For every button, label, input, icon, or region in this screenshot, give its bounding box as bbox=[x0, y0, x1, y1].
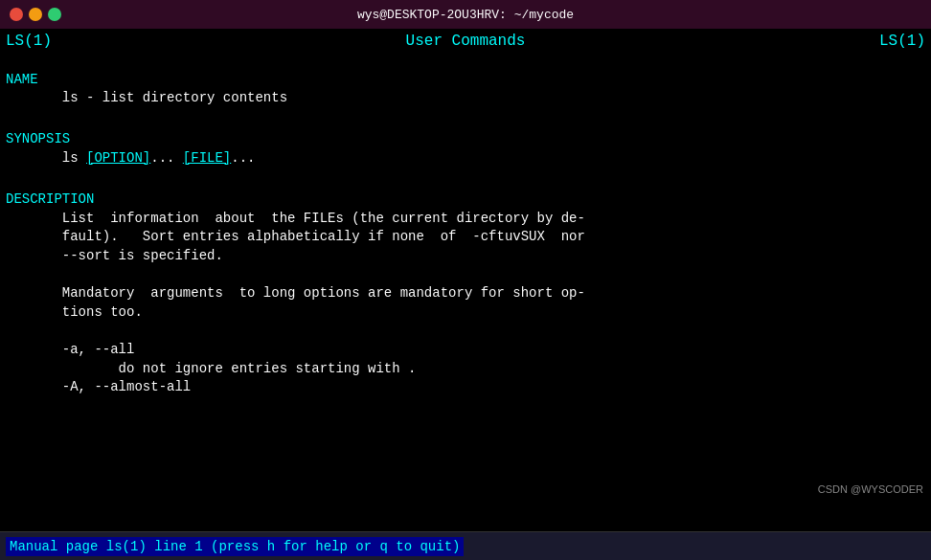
synopsis-ellipsis1: ... bbox=[150, 150, 183, 166]
maximize-button[interactable]: □ bbox=[48, 8, 61, 21]
flag-a: -a, --all bbox=[6, 342, 134, 357]
titlebar: × − □ wys@DESKTOP-2OU3HRV: ~/mycode bbox=[0, 0, 931, 29]
desc-line3: --sort is specified. bbox=[6, 248, 223, 263]
name-section: NAME ls - list directory contents bbox=[0, 50, 931, 110]
synopsis-option: [OPTION] bbox=[86, 150, 150, 166]
terminal-body[interactable]: LS(1) User Commands LS(1) NAME ls - list… bbox=[0, 29, 931, 531]
header-left: LS(1) bbox=[6, 33, 52, 50]
description-label: DESCRIPTION bbox=[6, 191, 94, 207]
header-center: User Commands bbox=[406, 33, 526, 50]
window-controls: × − □ bbox=[10, 8, 61, 21]
desc-line5: Mandatory arguments to long options are … bbox=[6, 285, 585, 301]
flag-a-desc: do not ignore entries starting with . bbox=[6, 361, 416, 376]
synopsis-ellipsis2: ... bbox=[231, 150, 255, 166]
name-body: ls - list directory contents bbox=[6, 90, 287, 105]
name-label: NAME bbox=[6, 72, 38, 87]
desc-line6: tions too. bbox=[6, 304, 143, 320]
flag-cap-a: -A, --almost-all bbox=[6, 379, 191, 394]
watermark: CSDN @WYSCODER bbox=[818, 483, 923, 495]
description-section: DESCRIPTION List information about the F… bbox=[0, 170, 931, 399]
synopsis-prefix: ls bbox=[6, 150, 86, 166]
status-bar: Manual page ls(1) line 1 (press h for he… bbox=[0, 531, 931, 560]
minimize-button[interactable]: − bbox=[29, 8, 42, 21]
synopsis-section: SYNOPSIS ls [OPTION]... [FILE]... bbox=[0, 110, 931, 170]
close-button[interactable]: × bbox=[10, 8, 23, 21]
desc-line1: List information about the FILEs (the cu… bbox=[6, 211, 585, 226]
desc-line2: fault). Sort entries alphabetically if n… bbox=[6, 229, 585, 244]
synopsis-file: [FILE] bbox=[183, 150, 231, 166]
synopsis-label: SYNOPSIS bbox=[6, 131, 70, 146]
terminal-window: × − □ wys@DESKTOP-2OU3HRV: ~/mycode LS(1… bbox=[0, 0, 931, 560]
window-title: wys@DESKTOP-2OU3HRV: ~/mycode bbox=[357, 8, 574, 22]
header-right: LS(1) bbox=[879, 33, 925, 50]
status-text: Manual page ls(1) line 1 (press h for he… bbox=[6, 537, 464, 556]
man-header: LS(1) User Commands LS(1) bbox=[0, 33, 931, 50]
